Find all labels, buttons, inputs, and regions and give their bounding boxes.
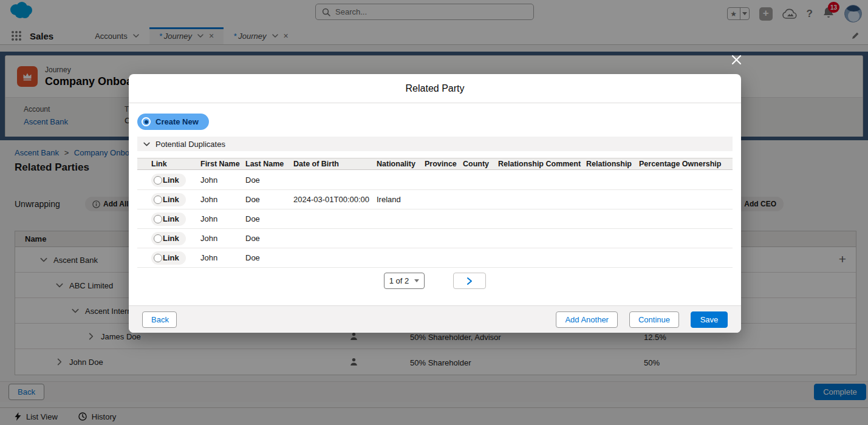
link-label: Link [163,253,179,262]
link-radio-button[interactable]: Link [151,174,186,187]
chevron-down-icon [414,279,419,282]
radio-unselected-icon [154,254,162,262]
link-radio-button[interactable]: Link [151,232,186,245]
duplicate-cell: John [200,234,245,243]
link-radio-button[interactable]: Link [151,212,186,226]
link-radio-button[interactable]: Link [151,251,186,265]
duplicate-cell: 2024-03-01T00:00:00 [293,195,377,204]
duplicate-row: LinkJohnDoe [137,209,733,229]
duplicate-cell: Doe [245,214,293,223]
save-button[interactable]: Save [691,311,728,328]
modal-footer: Back Add Another Continue Save [129,305,741,333]
duplicates-table-header: LinkFirst NameLast NameDate of BirthNati… [137,158,733,170]
radio-selected-icon [142,117,151,126]
duplicate-row: LinkJohnDoe2024-03-01T00:00:00Ireland [137,190,733,209]
duplicates-column-header: Relationship Comment [498,160,586,168]
duplicates-column-header: Percentage Ownership [639,160,733,168]
radio-unselected-icon [154,234,162,243]
duplicate-cell: John [200,175,245,185]
related-party-modal: Related Party Create New Potential Dupli… [129,74,741,333]
create-new-radio[interactable]: Create New [137,114,209,130]
pagination: 1 of 2 [129,273,741,289]
link-label: Link [163,175,179,185]
duplicates-column-header: First Name [200,160,245,168]
link-label: Link [163,234,179,243]
duplicate-cell: Doe [245,175,293,185]
duplicate-row: LinkJohnDoe [137,248,733,268]
duplicate-cell: Ireland [377,195,425,204]
modal-title: Related Party [406,83,465,94]
next-page-button[interactable] [453,273,486,289]
application-window: ★ + ? 13 Sales Accou [0,0,868,425]
duplicate-row: LinkJohnDoe [137,171,733,190]
duplicates-column-header: Relationship [586,160,639,168]
duplicates-column-header: County [463,160,498,168]
duplicates-column-header: Nationality [377,160,425,168]
duplicates-column-header: Date of Birth [293,160,377,168]
chevron-down-icon [143,140,151,148]
link-label: Link [163,195,179,204]
radio-unselected-icon [154,176,162,185]
duplicates-column-header: Last Name [245,160,293,168]
page-select-value: 1 of 2 [389,276,409,285]
continue-button[interactable]: Continue [629,311,679,328]
modal-back-button[interactable]: Back [142,311,177,328]
duplicates-column-header: Link [151,160,200,168]
duplicate-row: LinkJohnDoe [137,229,733,248]
potential-duplicates-section[interactable]: Potential Duplicates [137,137,733,151]
link-radio-button[interactable]: Link [151,193,186,206]
duplicate-cell: John [200,214,245,223]
create-new-label: Create New [155,117,199,126]
duplicate-cell: John [200,195,245,204]
radio-unselected-icon [154,215,162,223]
potential-duplicates-label: Potential Duplicates [155,140,225,149]
page-select[interactable]: 1 of 2 [384,273,425,289]
radio-unselected-icon [154,195,162,204]
chevron-right-icon [466,277,473,285]
close-icon[interactable] [730,53,743,66]
duplicate-cell: Doe [245,234,293,243]
add-another-button[interactable]: Add Another [556,311,618,328]
link-label: Link [163,214,179,223]
duplicates-table-body: LinkJohnDoeLinkJohnDoe2024-03-01T00:00:0… [137,171,733,268]
duplicate-cell: Doe [245,253,293,262]
duplicates-column-header: Province [425,160,463,168]
duplicate-cell: Doe [245,195,293,204]
duplicate-cell: John [200,253,245,262]
modal-header: Related Party [129,74,741,103]
